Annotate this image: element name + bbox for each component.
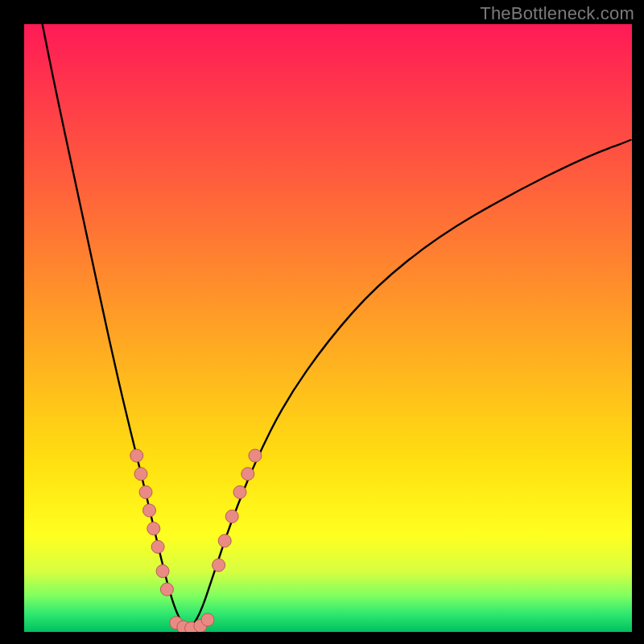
datapoint-dot [233,485,246,498]
watermark-label: TheBottleneck.com [480,3,634,24]
datapoint-dot [151,540,164,553]
chart-svg [24,24,632,632]
datapoint-dot [225,510,238,523]
bottleneck-curve [43,24,632,627]
datapoint-dot [213,559,225,572]
datapoint-dot [147,522,160,535]
plot-area [24,24,632,632]
datapoint-dot [242,468,254,481]
datapoint-dot [201,613,214,626]
datapoint-dot [218,535,231,547]
datapoint-dot [143,504,156,517]
datapoint-dot [134,468,147,481]
datapoint-dot [139,485,152,498]
datapoint-dot [160,583,173,596]
datapoint-dot [156,565,169,578]
datapoints-left [130,449,174,596]
datapoint-dot [249,449,262,462]
datapoints-bottom [170,613,214,632]
datapoint-dot [130,449,143,462]
chart-frame: TheBottleneck.com [0,0,644,644]
